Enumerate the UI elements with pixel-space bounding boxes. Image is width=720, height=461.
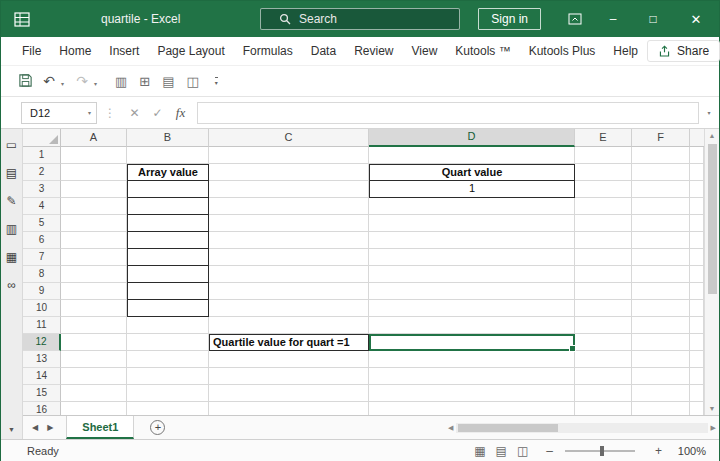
cell-D15[interactable] (369, 385, 575, 402)
column-header-D[interactable]: D (369, 129, 575, 147)
cell-A3[interactable] (61, 181, 127, 198)
row-header-7[interactable]: 7 (23, 249, 61, 266)
scroll-down-icon[interactable]: ▼ (709, 405, 716, 412)
cell-A4[interactable] (61, 198, 127, 215)
cell-A6[interactable] (61, 232, 127, 249)
zoom-level[interactable]: 100% (672, 445, 706, 457)
cell-A14[interactable] (61, 368, 127, 385)
cell-B2[interactable]: Array value (127, 164, 209, 181)
menu-tab-home[interactable]: Home (50, 37, 100, 65)
enter-entry-button[interactable]: ✓ (146, 106, 169, 120)
normal-view-button[interactable]: ▦ (474, 444, 485, 458)
cell-F8[interactable] (632, 266, 690, 283)
row-header-13[interactable]: 13 (23, 351, 61, 368)
sheet-tab-sheet1[interactable]: Sheet1 (66, 416, 134, 439)
columns-pane-icon[interactable]: ▦ (6, 251, 17, 263)
cell-F14[interactable] (632, 368, 690, 385)
cell-A12[interactable] (61, 334, 127, 351)
cell-B13[interactable] (127, 351, 209, 368)
cell-B3[interactable] (127, 181, 209, 198)
zoom-slider-thumb[interactable] (600, 446, 604, 456)
cell-A15[interactable] (61, 385, 127, 402)
column-header-F[interactable]: F (632, 129, 690, 147)
cell-B12[interactable] (127, 334, 209, 351)
row-header-15[interactable]: 15 (23, 385, 61, 402)
vertical-scrollbar[interactable]: ▲ ▼ (704, 129, 719, 415)
row-header-4[interactable]: 4 (23, 198, 61, 215)
cell-E6[interactable] (575, 232, 632, 249)
cell-A8[interactable] (61, 266, 127, 283)
column-header-E[interactable]: E (575, 129, 632, 147)
cell-A11[interactable] (61, 317, 127, 334)
cell-D8[interactable] (369, 266, 575, 283)
cell-F13[interactable] (632, 351, 690, 368)
pane-toggle-icon[interactable]: ▭ (6, 139, 17, 151)
name-box-dropdown-icon[interactable]: ▾ (88, 109, 91, 116)
cell-D7[interactable] (369, 249, 575, 266)
redo-dropdown-icon[interactable]: ▾ (94, 80, 97, 87)
cell-B4[interactable] (127, 198, 209, 215)
menu-tab-view[interactable]: View (403, 37, 447, 65)
cell-F15[interactable] (632, 385, 690, 402)
column-header-A[interactable]: A (61, 129, 127, 147)
undo-dropdown-icon[interactable]: ▾ (61, 80, 64, 87)
scroll-left-icon[interactable]: ◀ (448, 424, 453, 432)
row-header-11[interactable]: 11 (23, 317, 61, 334)
sidebar-collapse-icon[interactable]: ▼ (8, 426, 15, 433)
cell-B15[interactable] (127, 385, 209, 402)
cell-A2[interactable] (61, 164, 127, 181)
maximize-button[interactable]: □ (633, 1, 673, 37)
cell-E4[interactable] (575, 198, 632, 215)
menu-tab-review[interactable]: Review (345, 37, 402, 65)
cell-C13[interactable] (209, 351, 369, 368)
row-header-12[interactable]: 12 (23, 334, 61, 351)
vertical-scroll-thumb[interactable] (708, 144, 717, 294)
zoom-slider[interactable] (565, 450, 635, 452)
row-header-1[interactable]: 1 (23, 147, 61, 164)
workbook-pane-icon[interactable]: ▤ (6, 167, 17, 179)
cell-C2[interactable] (209, 164, 369, 181)
menu-tab-file[interactable]: File (13, 37, 50, 65)
insert-function-button[interactable]: fx (169, 105, 192, 121)
cell-B5[interactable] (127, 215, 209, 232)
cell-C15[interactable] (209, 385, 369, 402)
redo-button[interactable]: ↷ (72, 74, 92, 88)
cell-E10[interactable] (575, 300, 632, 317)
cell-E12[interactable] (575, 334, 632, 351)
edit-pane-icon[interactable]: ✎ (6, 195, 16, 207)
menu-tab-kutools-plus[interactable]: Kutools Plus (520, 37, 605, 65)
cell-B8[interactable] (127, 266, 209, 283)
customize-quick-access-button[interactable]: ▾ (215, 77, 218, 86)
cell-F5[interactable] (632, 215, 690, 232)
cell-A16[interactable] (61, 402, 127, 415)
cell-A10[interactable] (61, 300, 127, 317)
cell-E13[interactable] (575, 351, 632, 368)
search-box[interactable]: Search (260, 8, 460, 30)
column-header-C[interactable]: C (209, 129, 369, 147)
undo-button[interactable]: ↶ (39, 74, 59, 88)
scroll-right-icon[interactable]: ▶ (711, 424, 716, 432)
cell-E11[interactable] (575, 317, 632, 334)
cell-F12[interactable] (632, 334, 690, 351)
cell-F6[interactable] (632, 232, 690, 249)
sign-in-button[interactable]: Sign in (478, 8, 541, 30)
cell-F3[interactable] (632, 181, 690, 198)
row-header-2[interactable]: 2 (23, 164, 61, 181)
close-button[interactable]: ✕ (673, 1, 719, 37)
cell-E1[interactable] (575, 147, 632, 164)
formula-input[interactable] (197, 102, 699, 124)
cell-E14[interactable] (575, 368, 632, 385)
cell-E9[interactable] (575, 283, 632, 300)
name-box[interactable]: D12 ▾ (21, 102, 97, 124)
cell-A1[interactable] (61, 147, 127, 164)
cell-A5[interactable] (61, 215, 127, 232)
cell-E2[interactable] (575, 164, 632, 181)
row-header-8[interactable]: 8 (23, 266, 61, 283)
row-header-14[interactable]: 14 (23, 368, 61, 385)
cancel-entry-button[interactable]: ✕ (123, 106, 146, 120)
cell-E3[interactable] (575, 181, 632, 198)
cell-C11[interactable] (209, 317, 369, 334)
minimize-button[interactable]: – (593, 1, 633, 37)
share-button[interactable]: Share (647, 40, 720, 62)
cell-C5[interactable] (209, 215, 369, 232)
